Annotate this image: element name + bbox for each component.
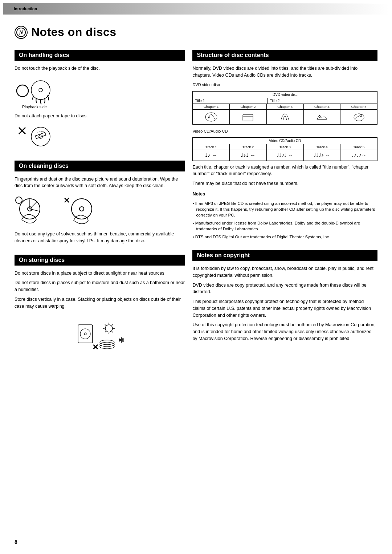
handling-x-diagram bbox=[15, 123, 185, 150]
copyright-title: Notes on copyright bbox=[192, 250, 377, 261]
track3: Track 3 bbox=[267, 144, 304, 150]
cleaning-x-item bbox=[62, 194, 98, 226]
handling-title: On handling discs bbox=[15, 50, 185, 61]
main-title: Notes on discs bbox=[31, 25, 117, 39]
cleaning-section: On cleaning discs Fingerprints and dust … bbox=[15, 161, 185, 244]
left-column: On handling discs Do not touch the playb… bbox=[15, 50, 185, 368]
chapter1: Chapter 1 bbox=[193, 104, 230, 109]
cleaning-text1: Fingerprints and dust on the disc cause … bbox=[15, 176, 185, 190]
cleaning-ok-item bbox=[15, 194, 51, 226]
svg-point-7 bbox=[31, 127, 50, 146]
svg-point-19 bbox=[80, 329, 90, 339]
svg-text:N: N bbox=[19, 29, 24, 36]
svg-rect-37 bbox=[243, 114, 253, 121]
note-item-1: If an MP3 or JPEG file CD is created usi… bbox=[192, 201, 377, 218]
cleaning-diagrams bbox=[15, 194, 185, 226]
right-column: Structure of disc contents Normally, DVD… bbox=[192, 50, 377, 368]
svg-point-15 bbox=[79, 207, 84, 211]
dvd-top-label: DVD video disc bbox=[195, 93, 375, 97]
copyright-text2: DVD video discs are copy protected, and … bbox=[192, 282, 377, 296]
storing-svg: ❄ × bbox=[71, 314, 129, 357]
header-bar: Introduction bbox=[3, 3, 389, 15]
structure-section: Structure of disc contents Normally, DVD… bbox=[192, 50, 377, 240]
two-col-layout: On handling discs Do not touch the playb… bbox=[15, 50, 377, 368]
storing-title: On storing discs bbox=[15, 255, 185, 266]
music3: ♩♩♪♩ ～ bbox=[267, 150, 304, 161]
music1: ♩♪ ～ bbox=[193, 150, 230, 161]
handling-ok-illustration bbox=[15, 76, 54, 106]
music5: ♩♪♩♪～ bbox=[340, 150, 377, 161]
page-main-title: N Notes on discs bbox=[15, 25, 377, 39]
cleaning-x-svg bbox=[62, 194, 98, 226]
svg-text:×: × bbox=[93, 341, 98, 352]
svg-point-21 bbox=[105, 325, 113, 332]
storing-illustration: ❄ × bbox=[15, 314, 185, 357]
svg-line-29 bbox=[105, 331, 106, 332]
title2-label: Title 2 bbox=[270, 99, 279, 103]
cleaning-text2: Do not use any type of solvent such as t… bbox=[15, 231, 185, 244]
notes-icon: N bbox=[15, 26, 28, 39]
svg-point-3 bbox=[31, 81, 50, 100]
chapter2: Chapter 2 bbox=[230, 104, 267, 109]
track5: Track 5 bbox=[340, 144, 377, 150]
videocd-structure-diagram: Video CD/Audio CD Track 1 Track 2 Track … bbox=[192, 137, 377, 161]
notes-list: If an MP3 or JPEG file CD is created usi… bbox=[192, 201, 377, 240]
handling-ok-diagram: Playback side bbox=[15, 76, 185, 109]
chapter-img4 bbox=[304, 110, 341, 124]
title1-label: Title 1 bbox=[195, 99, 205, 103]
storing-section: On storing discs Do not store discs in a… bbox=[15, 255, 185, 358]
handling-x-illustration bbox=[15, 123, 54, 150]
svg-text:❄: ❄ bbox=[118, 336, 124, 345]
structure-text3: There may be discs that do not have thes… bbox=[192, 180, 377, 187]
structure-text1: Normally, DVD video discs are divided in… bbox=[192, 65, 377, 79]
dvd-structure-diagram: DVD video disc Title 1 Title 2 Chapter 1 bbox=[192, 91, 377, 125]
page-content: N Notes on discs On handling discs Do no… bbox=[0, 15, 392, 382]
svg-line-27 bbox=[112, 331, 113, 332]
structure-title: Structure of disc contents bbox=[192, 50, 377, 61]
note-item-3: DTS and DTS Digital Out are trademarks o… bbox=[192, 234, 377, 240]
svg-line-28 bbox=[112, 324, 113, 325]
chapter5: Chapter 5 bbox=[340, 104, 377, 109]
copyright-text4: Use of this copyright protection technol… bbox=[192, 322, 377, 342]
svg-rect-9 bbox=[35, 132, 46, 138]
svg-line-10 bbox=[37, 131, 44, 132]
handling-text2: Do not attach paper or tape to discs. bbox=[15, 113, 185, 120]
chapter-img3 bbox=[267, 110, 304, 124]
storing-text2: Do not store discs in places subject to … bbox=[15, 279, 185, 293]
cleaning-title: On cleaning discs bbox=[15, 161, 185, 171]
svg-point-41 bbox=[360, 114, 362, 117]
copyright-text1: It is forbidden by law to copy, broadcas… bbox=[192, 265, 377, 279]
videocd-top-label: Video CD/Audio CD bbox=[193, 138, 377, 144]
svg-point-20 bbox=[84, 333, 86, 335]
dvd-label: DVD video disc bbox=[192, 82, 377, 88]
handling-section: On handling discs Do not touch the playb… bbox=[15, 50, 185, 150]
handling-text1: Do not touch the playback side of the di… bbox=[15, 65, 185, 72]
handling-ok-item: Playback side bbox=[15, 76, 54, 109]
chapter3: Chapter 3 bbox=[267, 104, 304, 109]
header-label: Introduction bbox=[14, 7, 37, 11]
track2: Track 2 bbox=[230, 144, 267, 150]
svg-point-40 bbox=[354, 114, 364, 121]
music4: ♩♩♩♪ ～ bbox=[304, 150, 341, 161]
svg-point-2 bbox=[17, 85, 28, 97]
svg-point-4 bbox=[39, 88, 42, 92]
track4: Track 4 bbox=[304, 144, 341, 150]
chapter4: Chapter 4 bbox=[304, 104, 341, 109]
videocd-label: Video CD/Audio CD bbox=[192, 128, 377, 134]
page-number: 8 bbox=[15, 539, 17, 545]
copyright-text3: This product incorporates copyright prot… bbox=[192, 298, 377, 319]
track1: Track 1 bbox=[193, 144, 230, 150]
chapter-img2 bbox=[230, 110, 267, 124]
chapter-img1 bbox=[193, 110, 230, 124]
svg-point-39 bbox=[319, 116, 320, 118]
chapter-img5 bbox=[340, 110, 377, 124]
music2: ♩♪♩ ～ bbox=[230, 150, 267, 161]
structure-text2: Each title, chapter or track is assigned… bbox=[192, 164, 377, 178]
storing-text3: Store discs vertically in a case. Stacki… bbox=[15, 296, 185, 310]
notes-label: Notes bbox=[192, 191, 377, 198]
storing-text1: Do not store discs in a place subject to… bbox=[15, 270, 185, 277]
note-item-2: Manufactured under license from Dolby La… bbox=[192, 220, 377, 232]
cleaning-ok-svg bbox=[15, 194, 51, 226]
copyright-section: Notes on copyright It is forbidden by la… bbox=[192, 250, 377, 342]
svg-point-35 bbox=[205, 113, 217, 121]
